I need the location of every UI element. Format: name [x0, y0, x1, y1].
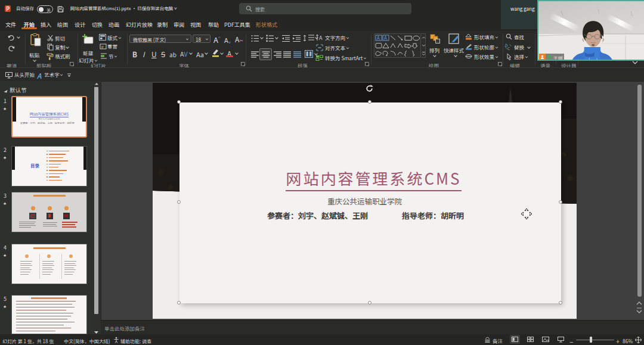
svg-text:A: A [377, 35, 380, 41]
svg-text:A: A [319, 34, 323, 41]
svg-text:c: c [507, 45, 510, 51]
svg-text:A: A [384, 35, 387, 41]
